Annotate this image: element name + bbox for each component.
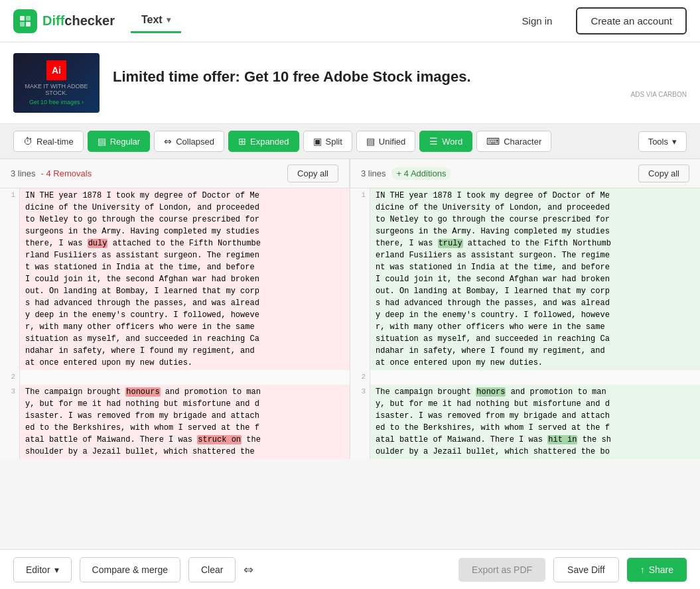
logo-icon xyxy=(13,9,37,33)
text-dropdown-button[interactable]: Text ▾ xyxy=(131,9,181,33)
create-account-button[interactable]: Create an account xyxy=(576,7,687,34)
ad-banner: Ai MAKE IT WITH ADOBE STOCK. Get 10 free… xyxy=(0,42,700,124)
line-number: 3 xyxy=(0,385,20,459)
clear-label: Clear xyxy=(201,564,223,575)
regular-button[interactable]: ▤ Regular xyxy=(88,131,151,152)
ad-image-inner: Ai MAKE IT WITH ADOBE STOCK. Get 10 free… xyxy=(13,60,100,105)
left-lines-stat: 3 lines xyxy=(11,168,36,178)
signin-button[interactable]: Sign in xyxy=(509,10,566,32)
share-button[interactable]: ↑ Share xyxy=(627,558,687,582)
line-number: 1 xyxy=(0,188,20,370)
right-panel: 3 lines + 4 Additions Copy all 1 IN THE … xyxy=(350,159,700,459)
editor-chevron-icon: ▾ xyxy=(54,564,59,575)
swap-icon: ⇔ xyxy=(244,562,253,577)
tools-label: Tools xyxy=(648,137,668,147)
left-code-area: 1 IN THE year 1878 I took my degree of D… xyxy=(0,188,350,459)
realtime-button[interactable]: ⏱ Real-time xyxy=(13,131,84,152)
left-panel: 3 lines - 4 Removals Copy all 1 IN THE y… xyxy=(0,159,350,459)
realtime-icon: ⏱ xyxy=(23,136,33,147)
save-diff-button[interactable]: Save Diff xyxy=(553,557,619,582)
line-content xyxy=(370,370,700,385)
left-removals-stat: - 4 Removals xyxy=(41,168,92,178)
logo[interactable]: Diffchecker xyxy=(13,9,115,33)
line-content: IN THE year 1878 I took my degree of Doc… xyxy=(20,188,350,370)
svg-rect-1 xyxy=(26,16,31,21)
ad-content: Limited time offer: Get 10 free Adobe St… xyxy=(113,68,687,98)
line-number: 1 xyxy=(350,188,370,370)
realtime-label: Real-time xyxy=(36,137,74,147)
export-pdf-button[interactable]: Export as PDF xyxy=(458,558,545,582)
footer: Editor ▾ Compare & merge Clear ⇔ Export … xyxy=(0,549,700,589)
right-code-area: 1 IN THE year 1878 I took my degree of D… xyxy=(350,188,700,459)
svg-rect-0 xyxy=(20,16,25,21)
split-button[interactable]: ▣ Split xyxy=(303,131,352,152)
right-additions-stat: + 4 Additions xyxy=(391,167,452,180)
clear-button[interactable]: Clear xyxy=(188,557,236,582)
left-panel-header: 3 lines - 4 Removals Copy all xyxy=(0,159,350,188)
word-button[interactable]: ☰ Word xyxy=(419,131,472,152)
adobe-logo-icon: Ai xyxy=(46,60,66,80)
right-panel-header: 3 lines + 4 Additions Copy all xyxy=(350,159,700,188)
split-label: Split xyxy=(326,137,342,147)
expanded-icon: ⊞ xyxy=(238,136,246,147)
toolbar: ⏱ Real-time ▤ Regular ⇔ Collapsed ⊞ Expa… xyxy=(0,124,700,159)
left-copy-all-button[interactable]: Copy all xyxy=(287,164,338,182)
character-label: Character xyxy=(504,137,541,147)
svg-rect-2 xyxy=(20,22,25,27)
unified-icon: ▤ xyxy=(366,136,375,147)
svg-rect-3 xyxy=(26,22,31,27)
unified-button[interactable]: ▤ Unified xyxy=(356,131,415,152)
table-row: 2 xyxy=(350,370,700,385)
collapsed-label: Collapsed xyxy=(176,137,214,147)
ad-via: ADS VIA CARBON xyxy=(113,91,687,98)
table-row: 1 IN THE year 1878 I took my degree of D… xyxy=(350,188,700,370)
share-label: Share xyxy=(649,564,673,575)
tools-button[interactable]: Tools ▾ xyxy=(638,131,687,152)
ad-image: Ai MAKE IT WITH ADOBE STOCK. Get 10 free… xyxy=(13,53,100,113)
editor-label: Editor xyxy=(26,564,50,575)
right-copy-all-button[interactable]: Copy all xyxy=(638,164,689,182)
regular-label: Regular xyxy=(110,137,141,147)
collapsed-icon: ⇔ xyxy=(164,136,172,147)
collapsed-button[interactable]: ⇔ Collapsed xyxy=(154,131,224,152)
line-content: The campaign brought honours and promoti… xyxy=(20,385,350,459)
line-content: The campaign brought honors and promotio… xyxy=(370,385,700,459)
share-icon: ↑ xyxy=(640,564,645,575)
logo-text: Diffchecker xyxy=(42,13,115,29)
table-row: 2 xyxy=(0,370,350,385)
line-number: 2 xyxy=(0,370,20,385)
word-icon: ☰ xyxy=(429,136,438,147)
compare-merge-button[interactable]: Compare & merge xyxy=(80,557,180,582)
expanded-label: Expanded xyxy=(250,137,289,147)
text-dropdown-label: Text xyxy=(141,14,163,26)
line-number: 3 xyxy=(350,385,370,459)
table-row: 3 The campaign brought honors and promot… xyxy=(350,385,700,459)
chevron-down-icon: ▾ xyxy=(167,15,171,25)
word-label: Word xyxy=(442,137,462,147)
line-content: IN THE year 1878 I took my degree of Doc… xyxy=(370,188,700,370)
line-number: 2 xyxy=(350,370,370,385)
character-icon: ⌨ xyxy=(486,136,500,147)
diff-container: 3 lines - 4 Removals Copy all 1 IN THE y… xyxy=(0,159,700,459)
table-row: 3 The campaign brought honours and promo… xyxy=(0,385,350,459)
header: Diffchecker Text ▾ Sign in Create an acc… xyxy=(0,0,700,42)
compare-merge-label: Compare & merge xyxy=(92,564,168,575)
regular-icon: ▤ xyxy=(98,136,106,147)
tools-chevron-icon: ▾ xyxy=(672,137,677,147)
character-button[interactable]: ⌨ Character xyxy=(476,131,551,152)
expanded-button[interactable]: ⊞ Expanded xyxy=(228,131,299,152)
right-lines-stat: 3 lines xyxy=(361,168,386,178)
table-row: 1 IN THE year 1878 I took my degree of D… xyxy=(0,188,350,370)
line-content xyxy=(20,370,350,385)
editor-button[interactable]: Editor ▾ xyxy=(13,557,72,582)
split-icon: ▣ xyxy=(313,136,322,147)
unified-label: Unified xyxy=(379,137,405,147)
ad-title: Limited time offer: Get 10 free Adobe St… xyxy=(113,68,687,86)
